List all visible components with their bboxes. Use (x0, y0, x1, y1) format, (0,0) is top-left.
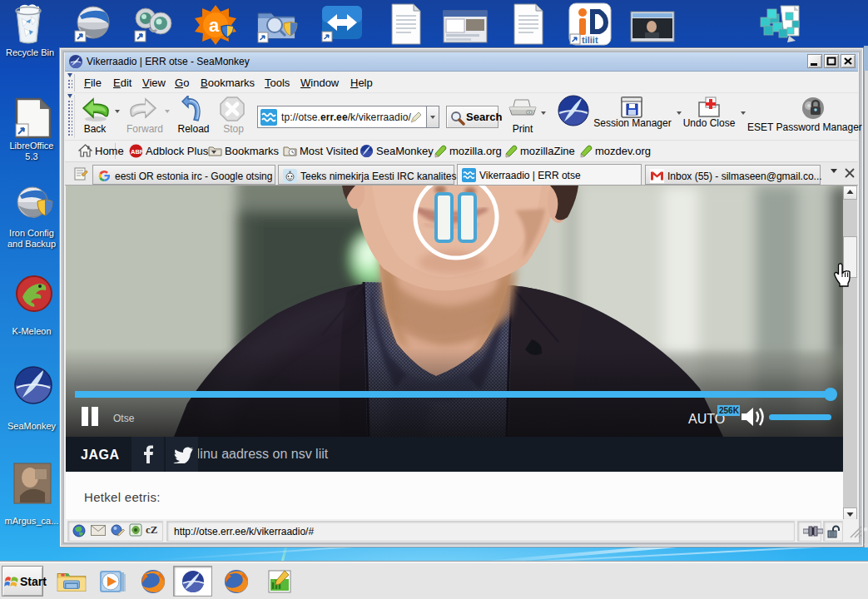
svg-text:Otse: Otse (113, 413, 135, 424)
svg-text:tiliit: tiliit (582, 35, 598, 45)
svg-text:cZ: cZ (146, 523, 158, 536)
svg-text:a: a (209, 15, 220, 36)
svg-text:ABP: ABP (131, 148, 143, 156)
svg-text:256K: 256K (719, 406, 740, 415)
